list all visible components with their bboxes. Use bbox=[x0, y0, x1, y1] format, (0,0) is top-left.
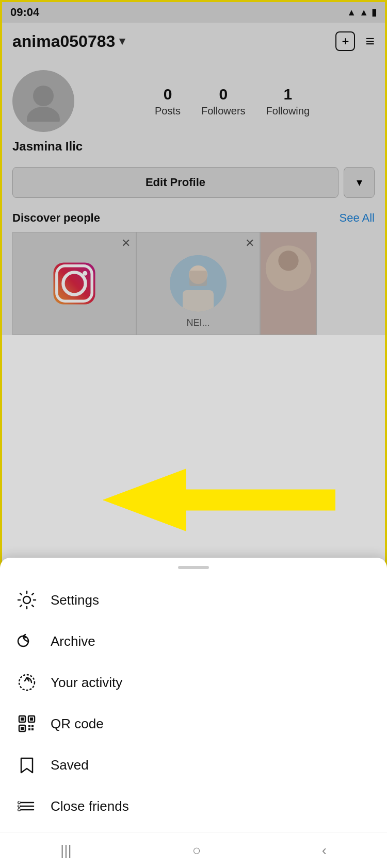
card-2-label: NEI... bbox=[186, 318, 209, 328]
battery-icon: ▮ bbox=[372, 7, 377, 18]
avatar-icon bbox=[23, 80, 64, 122]
status-bar: 09:04 ▲ ▲ ▮ bbox=[2, 2, 385, 23]
profile-dropdown-button[interactable]: ▾ bbox=[344, 167, 375, 198]
discover-card-1[interactable]: ✕ bbox=[12, 232, 136, 335]
archive-icon bbox=[15, 630, 38, 653]
nav-icons: + ≡ bbox=[335, 31, 375, 51]
menu-item-activity[interactable]: Your activity bbox=[0, 662, 387, 703]
svg-point-13 bbox=[278, 251, 298, 271]
signal-icon: ▲ bbox=[347, 7, 356, 18]
arrow-svg bbox=[103, 464, 335, 536]
activity-label: Your activity bbox=[51, 675, 122, 691]
status-icons: ▲ ▲ ▮ bbox=[347, 7, 377, 18]
profile-name: Jasmina Ilic bbox=[12, 139, 375, 154]
edit-profile-button[interactable]: Edit Profile bbox=[12, 167, 338, 198]
saved-icon bbox=[15, 754, 38, 776]
username-row[interactable]: anima050783 ▾ bbox=[12, 32, 125, 51]
stats-row: 0 Posts 0 Followers 1 Following bbox=[90, 86, 375, 117]
archive-label: Archive bbox=[51, 633, 95, 649]
svg-marker-14 bbox=[103, 469, 335, 531]
edit-profile-row: Edit Profile ▾ bbox=[2, 162, 385, 206]
new-post-button[interactable]: + bbox=[335, 31, 355, 51]
svg-point-1 bbox=[27, 107, 60, 122]
status-time: 09:04 bbox=[10, 6, 39, 19]
menu-item-saved[interactable]: Saved bbox=[0, 744, 387, 786]
sheet-handle bbox=[178, 566, 209, 569]
menu-button[interactable]: ≡ bbox=[365, 32, 375, 50]
discover-card-3[interactable] bbox=[260, 232, 317, 335]
discover-section: Discover people See All ✕ bbox=[2, 206, 385, 335]
svg-rect-26 bbox=[28, 728, 30, 730]
avatar[interactable] bbox=[12, 70, 74, 132]
instagram-logo bbox=[51, 260, 98, 307]
followers-label: Followers bbox=[201, 105, 246, 117]
settings-label: Settings bbox=[51, 592, 99, 608]
close-friends-icon: ★ ★ ★ bbox=[15, 795, 38, 817]
following-label: Following bbox=[266, 105, 310, 117]
chevron-down-icon: ▾ bbox=[357, 176, 362, 189]
svg-point-15 bbox=[23, 596, 30, 604]
wifi-icon: ▲ bbox=[359, 7, 368, 18]
svg-point-5 bbox=[83, 271, 87, 276]
svg-rect-10 bbox=[189, 271, 207, 286]
home-nav-icon[interactable]: ○ bbox=[192, 842, 201, 859]
username-label: anima050783 bbox=[12, 32, 115, 51]
discover-header: Discover people See All bbox=[12, 211, 375, 225]
recent-nav-icon[interactable]: ‹ bbox=[322, 842, 327, 859]
qr-label: QR code bbox=[51, 716, 104, 732]
activity-icon bbox=[15, 671, 38, 694]
discover-card-2[interactable]: ✕ NEI... bbox=[136, 232, 260, 335]
menu-item-settings[interactable]: Settings bbox=[0, 579, 387, 621]
posts-label: Posts bbox=[155, 105, 181, 117]
svg-text:★: ★ bbox=[18, 804, 21, 808]
profile-section: 0 Posts 0 Followers 1 Following Jasmina … bbox=[2, 60, 385, 162]
posts-stat[interactable]: 0 Posts bbox=[155, 86, 181, 117]
following-stat[interactable]: 1 Following bbox=[266, 86, 310, 117]
settings-icon bbox=[15, 589, 38, 611]
hamburger-icon: ≡ bbox=[365, 32, 375, 49]
followers-count: 0 bbox=[219, 86, 228, 103]
profile-top: 0 Posts 0 Followers 1 Following bbox=[12, 70, 375, 132]
discover-title: Discover people bbox=[12, 211, 100, 225]
svg-rect-25 bbox=[31, 725, 34, 727]
discover-cards: ✕ ✕ bbox=[12, 232, 375, 335]
qr-icon bbox=[15, 712, 38, 735]
svg-rect-19 bbox=[21, 717, 24, 721]
followers-stat[interactable]: 0 Followers bbox=[201, 86, 246, 117]
back-nav-icon[interactable]: ||| bbox=[60, 842, 72, 859]
top-nav: anima050783 ▾ + ≡ bbox=[2, 23, 385, 60]
menu-item-close-friends[interactable]: ★ ★ ★ Close friends bbox=[0, 786, 387, 827]
person-avatar-2 bbox=[170, 255, 227, 312]
svg-text:★: ★ bbox=[18, 800, 21, 804]
close-friends-label: Close friends bbox=[51, 798, 129, 814]
saved-label: Saved bbox=[51, 757, 89, 773]
svg-text:★: ★ bbox=[18, 808, 21, 811]
posts-count: 0 bbox=[164, 86, 172, 103]
svg-rect-24 bbox=[28, 725, 30, 727]
following-count: 1 bbox=[283, 86, 292, 103]
svg-point-0 bbox=[33, 86, 54, 106]
person-avatar-3 bbox=[261, 232, 316, 335]
bottom-nav: ||| ○ ‹ bbox=[0, 832, 387, 868]
plus-icon: + bbox=[342, 34, 349, 48]
svg-rect-9 bbox=[183, 290, 214, 312]
svg-rect-27 bbox=[31, 728, 34, 730]
menu-item-archive[interactable]: Archive bbox=[0, 621, 387, 662]
username-chevron-icon[interactable]: ▾ bbox=[119, 35, 125, 48]
menu-item-qr[interactable]: QR code bbox=[0, 703, 387, 744]
svg-rect-21 bbox=[30, 717, 33, 721]
see-all-link[interactable]: See All bbox=[340, 211, 375, 225]
close-card-2-icon[interactable]: ✕ bbox=[245, 237, 254, 250]
close-card-1-icon[interactable]: ✕ bbox=[121, 237, 131, 250]
svg-rect-23 bbox=[21, 727, 24, 730]
arrow-annotation bbox=[103, 464, 335, 536]
bottom-sheet: Settings Archive Your activity bbox=[0, 558, 387, 868]
svg-point-17 bbox=[19, 675, 35, 690]
